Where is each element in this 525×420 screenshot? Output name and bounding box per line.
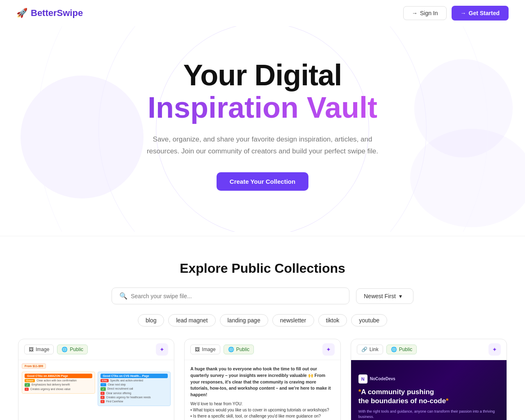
tag-lead-magnet[interactable]: lead magnet — [168, 314, 215, 326]
card-3-visibility-badge: 🌐 Public — [386, 345, 417, 354]
card-1-visibility-label: Public — [70, 347, 83, 352]
nav-actions: → Sign In → Get Started — [403, 6, 509, 21]
link-icon: 🔗 — [361, 347, 368, 352]
logo-icon: 🚀 — [16, 8, 27, 18]
card-1-header: 🖼 Image 🌐 Public ✦ — [18, 339, 174, 360]
card-3-action-button[interactable]: ✦ — [488, 343, 501, 356]
search-input[interactable] — [131, 293, 342, 299]
hero-title-line1: Your Digital — [144, 59, 381, 91]
card-1-type-badge: 🖼 Image — [24, 345, 54, 354]
signin-icon: → — [412, 10, 418, 16]
tag-newsletter[interactable]: newsletter — [272, 314, 314, 326]
card-3-image: N NoCodeDevs *A community pushingthe bou… — [351, 360, 507, 420]
card-1-visibility-badge: 🌐 Public — [57, 345, 88, 354]
card-2-type-label: Image — [202, 347, 215, 352]
navbar: 🚀 BetterSwipe → Sign In → Get Started — [0, 0, 525, 26]
nocode-logo-text: NoCodeDevs — [370, 377, 395, 381]
card-2-type-badge: 🖼 Image — [190, 345, 220, 354]
card-2-visibility-label: Public — [236, 347, 250, 352]
card-1-badges: 🖼 Image 🌐 Public — [24, 345, 88, 354]
card-2-action-button[interactable]: ✦ — [322, 343, 335, 356]
card-2-image: A huge thank you to everyone who took th… — [185, 360, 340, 420]
image-icon: 🖼 — [29, 347, 34, 352]
nocode-sub: With the right tools and guidance, anyon… — [358, 409, 499, 420]
create-collection-button[interactable]: Create Your Collection — [217, 172, 308, 191]
signin-button[interactable]: → Sign In — [403, 6, 447, 20]
sparkle-icon-2: ✦ — [326, 346, 331, 353]
card-1-image: From $11-$99 Good CTAs on AMAZON Page Gr… — [18, 360, 174, 420]
card-1: 🖼 Image 🌐 Public ✦ From $11-$99 — [18, 339, 174, 420]
filter-dropdown[interactable]: Newest First ▾ — [356, 288, 413, 304]
brand-name: BetterSwipe — [31, 8, 83, 18]
card-1-action-button[interactable]: ✦ — [156, 343, 168, 356]
card-2-badges: 🖼 Image 🌐 Public — [190, 345, 254, 354]
tags-row: blog lead magnet landing page newsletter… — [16, 314, 509, 326]
card-3-header: 🔗 Link 🌐 Public ✦ — [351, 339, 507, 360]
logo[interactable]: 🚀 BetterSwipe — [16, 8, 83, 18]
hero-title-line2: Inspiration Vault — [144, 91, 381, 124]
card-2: 🖼 Image 🌐 Public ✦ A huge thank you to e… — [184, 339, 340, 420]
tag-youtube[interactable]: youtube — [351, 314, 387, 326]
tag-blog[interactable]: blog — [138, 314, 164, 326]
image-icon-2: 🖼 — [195, 347, 200, 352]
explore-section: Explore Public Collections 🔍 Newest Firs… — [0, 236, 525, 420]
search-box: 🔍 — [112, 288, 349, 304]
search-filter-row: 🔍 Newest First ▾ — [16, 288, 509, 304]
public-icon-3: 🌐 — [391, 347, 397, 352]
chevron-down-icon: ▾ — [399, 293, 402, 299]
hero-section: Your Digital Inspiration Vault Save, org… — [0, 26, 525, 232]
public-icon: 🌐 — [62, 347, 68, 352]
getstarted-button[interactable]: → Get Started — [452, 6, 509, 21]
cards-grid: 🖼 Image 🌐 Public ✦ From $11-$99 — [16, 339, 509, 420]
nocode-logo: N NoCodeDevs — [358, 374, 499, 383]
sparkle-icon: ✦ — [160, 346, 164, 353]
signin-label: Sign In — [420, 10, 438, 16]
public-icon-2: 🌐 — [228, 347, 234, 352]
tag-landing-page[interactable]: landing page — [220, 314, 268, 326]
nocode-tagline: *A community pushingthe boundaries of no… — [358, 388, 499, 406]
hero-content: Your Digital Inspiration Vault Save, org… — [144, 59, 381, 191]
card-2-header: 🖼 Image 🌐 Public ✦ — [185, 339, 340, 360]
card-3-badges: 🔗 Link 🌐 Public — [357, 345, 417, 354]
sparkle-icon-3: ✦ — [492, 346, 497, 353]
filter-label: Newest First — [364, 293, 396, 299]
getstarted-label: Get Started — [469, 10, 500, 16]
explore-title: Explore Public Collections — [16, 261, 509, 276]
getstarted-icon: → — [461, 10, 466, 16]
card-3-visibility-label: Public — [399, 347, 413, 352]
card-3: 🔗 Link 🌐 Public ✦ N NoCodeDevs * — [351, 339, 507, 420]
card-3-type-badge: 🔗 Link — [357, 345, 383, 354]
tag-tiktok[interactable]: tiktok — [318, 314, 347, 326]
card-2-visibility-badge: 🌐 Public — [224, 345, 254, 354]
search-icon: 🔍 — [119, 292, 128, 300]
card-3-type-label: Link — [370, 347, 379, 352]
nocode-logo-icon: N — [358, 374, 368, 383]
card-1-type-label: Image — [36, 347, 49, 352]
hero-subtitle: Save, organize, and share your favorite … — [144, 134, 381, 158]
